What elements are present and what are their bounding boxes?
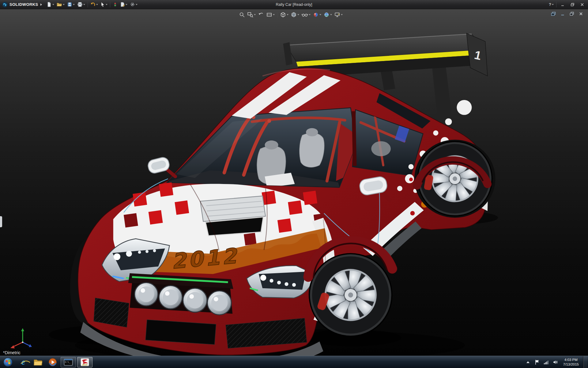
brand-text: SOLIDWORKS — [9, 2, 38, 7]
file-properties-icon — [120, 2, 125, 7]
restore-button[interactable] — [568, 1, 577, 8]
ie-orbit-icon — [20, 360, 31, 365]
network-bars-icon — [544, 360, 549, 365]
restore-icon — [571, 3, 575, 6]
doc-minimize-icon — [560, 12, 565, 16]
doc-restore-button[interactable] — [568, 10, 576, 17]
scene-globe-icon — [323, 12, 330, 18]
section-view-button[interactable] — [265, 11, 276, 18]
license-plate[interactable] — [145, 320, 216, 345]
file-properties-button[interactable] — [119, 1, 128, 9]
start-button[interactable] — [0, 356, 16, 368]
doc-cascade-button[interactable] — [549, 10, 557, 17]
open-button[interactable] — [56, 1, 66, 9]
system-tray: 4:03 PM 7/13/2015 — [525, 356, 588, 368]
chevron-up-icon — [526, 361, 530, 363]
folder-icon — [33, 358, 43, 366]
heads-up-view-toolbar — [238, 11, 344, 18]
taskbar-solidworks[interactable]: 2015 — [77, 357, 92, 367]
network-button[interactable] — [543, 356, 550, 368]
options-button[interactable] — [129, 1, 138, 9]
save-button[interactable] — [66, 1, 76, 9]
display-style-button[interactable] — [290, 11, 300, 18]
clock-date: 7/13/2015 — [563, 362, 579, 367]
action-center-button[interactable] — [534, 356, 541, 368]
help-button[interactable]: ? — [548, 1, 555, 9]
view-settings-button[interactable] — [333, 11, 344, 18]
apply-scene-button[interactable] — [322, 11, 333, 18]
cascade-windows-icon — [551, 12, 556, 16]
display-style-icon — [291, 12, 297, 18]
minimize-button[interactable] — [558, 1, 567, 8]
show-desktop-button[interactable] — [583, 356, 587, 368]
document-window-controls — [549, 10, 585, 17]
orientation-triad — [9, 327, 34, 351]
doc-close-icon — [579, 12, 583, 16]
edit-appearance-button[interactable] — [312, 11, 322, 18]
media-player-icon — [48, 358, 57, 366]
new-document-icon — [47, 2, 52, 7]
solidworks-logo: SOLIDWORKS — [2, 2, 42, 8]
select-button[interactable] — [100, 1, 108, 9]
close-button[interactable] — [578, 1, 587, 8]
windows-start-icon — [3, 357, 13, 367]
taskbar-media-player[interactable] — [45, 356, 60, 368]
print-button[interactable] — [76, 1, 86, 9]
zoom-to-area-icon — [247, 12, 253, 18]
feature-manager-collapsed-tab[interactable] — [0, 216, 2, 227]
open-folder-icon — [57, 2, 62, 7]
zoom-to-area-button[interactable] — [246, 11, 257, 18]
solidworks-icon: 2015 — [80, 358, 89, 366]
titlebar: SOLIDWORKS — [0, 0, 588, 9]
appearance-sphere-icon — [313, 12, 319, 18]
speaker-icon — [553, 360, 558, 365]
menu-expand-icon[interactable] — [40, 3, 42, 6]
view-cube-icon — [280, 12, 286, 18]
taskbar-clock[interactable]: 4:03 PM 7/13/2015 — [561, 358, 581, 367]
show-hidden-icons-button[interactable] — [525, 356, 531, 368]
rebuild-button[interactable] — [112, 1, 119, 9]
print-icon — [77, 2, 83, 7]
save-floppy-icon — [67, 2, 72, 7]
taskbar-windows-explorer[interactable] — [31, 356, 45, 368]
doc-minimize-button[interactable] — [559, 10, 567, 17]
taskbar-internet-explorer[interactable]: e — [16, 356, 31, 368]
hood-scoop[interactable] — [200, 196, 266, 236]
close-icon — [580, 3, 584, 6]
toolbar-separator — [556, 2, 556, 7]
solidworks-window: SOLIDWORKS — [0, 0, 588, 368]
toolbar-separator — [277, 12, 277, 17]
glasses-icon — [301, 12, 308, 18]
doc-close-button[interactable] — [577, 10, 585, 17]
graphics-area[interactable]: 1 — [0, 9, 588, 356]
previous-view-icon — [258, 12, 264, 18]
windshield[interactable] — [167, 108, 356, 188]
solidworks-badge: 2015 — [82, 363, 88, 366]
minimize-icon — [561, 3, 564, 6]
doc-restore-icon — [570, 12, 574, 16]
new-document-button[interactable] — [46, 1, 55, 9]
command-prompt-icon: C:\_ — [64, 358, 73, 366]
hide-show-items-button[interactable] — [300, 11, 311, 18]
zoom-to-fit-button[interactable] — [238, 11, 246, 18]
view-settings-icon — [334, 12, 340, 18]
3d-scene[interactable]: 1 — [0, 9, 588, 356]
3ds-logo-icon — [2, 2, 8, 8]
cmd-glyph: C:\_ — [65, 361, 71, 363]
toolbar-separator — [88, 2, 88, 7]
volume-button[interactable] — [552, 356, 559, 368]
section-view-icon — [266, 12, 272, 18]
cursor-icon — [100, 2, 105, 7]
clock-time: 4:03 PM — [563, 358, 579, 362]
taskbar-command-prompt[interactable]: C:\_ — [61, 357, 76, 367]
view-orientation-button[interactable] — [279, 11, 289, 18]
gear-icon — [130, 2, 135, 7]
windows-taskbar: e C:\_ — [0, 356, 588, 368]
rebuild-traffic-icon — [113, 2, 118, 7]
toolbar-separator — [110, 2, 110, 7]
zoom-to-fit-icon — [239, 12, 245, 18]
undo-button[interactable] — [89, 1, 99, 9]
previous-view-button[interactable] — [257, 11, 265, 18]
help-label: ? — [549, 2, 551, 7]
view-orientation-label: *Dimetric — [3, 350, 21, 355]
